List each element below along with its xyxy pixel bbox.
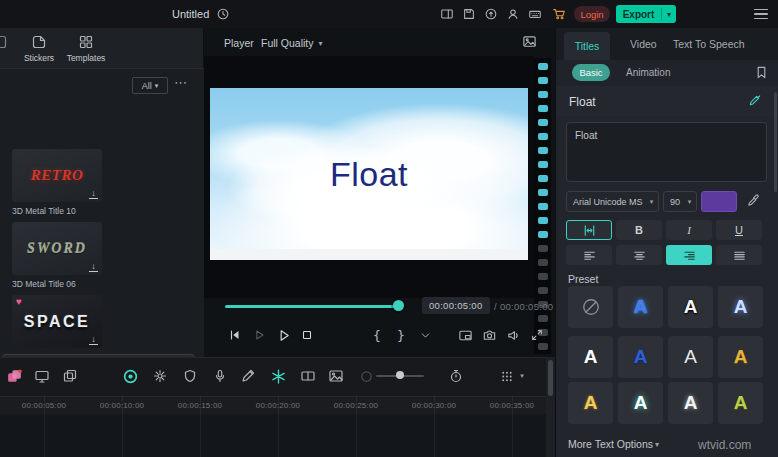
template-thumb-space[interactable]: ♥ SPACE ↓ [12, 295, 102, 348]
align-right-button[interactable] [666, 245, 712, 265]
mark-in-icon[interactable]: { [368, 326, 386, 344]
preset-white-plain[interactable]: A [668, 336, 713, 378]
preset-blue-solid[interactable]: A [618, 336, 663, 378]
cart-icon[interactable] [552, 7, 566, 21]
project-title: Untitled [172, 8, 209, 20]
video-preview[interactable]: Float [210, 88, 528, 260]
font-size-dropdown[interactable]: 90 ▾ [663, 191, 697, 212]
subtab-basic-label: Basic [579, 67, 602, 78]
preset-gold[interactable]: A [718, 336, 763, 378]
cutoff-category-tab[interactable] [0, 34, 10, 50]
tab-text-to-speech[interactable]: Text To Speech [673, 38, 745, 50]
letter-spacing-button[interactable] [566, 220, 612, 240]
align-left-button[interactable] [566, 245, 612, 265]
image-frame-icon[interactable] [326, 366, 346, 386]
subtab-basic[interactable]: Basic [572, 64, 610, 81]
track-manager-chevron-icon[interactable]: ▾ [516, 366, 528, 386]
preset-white-bold[interactable]: A [568, 336, 613, 378]
tab-video[interactable]: Video [630, 38, 657, 50]
align-center-button[interactable] [616, 245, 662, 265]
download-icon[interactable]: ↓ [89, 261, 98, 272]
panel-scrollbar[interactable] [774, 92, 777, 192]
login-label: Login [580, 9, 603, 20]
title-text-input[interactable]: Float [566, 122, 767, 182]
layout-panels-icon[interactable] [440, 7, 454, 21]
bold-button[interactable]: B [616, 220, 662, 240]
eyedropper-icon[interactable] [746, 193, 761, 208]
quality-dropdown[interactable]: Full Quality ▾ [261, 37, 323, 49]
preview-display-icon[interactable] [522, 34, 537, 49]
play-button[interactable] [274, 326, 292, 344]
timeline-vertical-scrollbar[interactable] [546, 357, 555, 457]
preset-teal-glow[interactable]: A [618, 382, 663, 424]
template-list-area: All ▾ ⋯ RETRO ↓ 3D Metal Title 10 SWORD … [0, 68, 204, 357]
justify-button[interactable] [716, 245, 762, 265]
download-icon[interactable]: ↓ [89, 188, 98, 199]
text-color-swatch[interactable] [701, 191, 737, 212]
preset-gold-outline[interactable]: A [568, 382, 613, 424]
preset-white-glow[interactable]: A [668, 382, 713, 424]
template-thumb-retro[interactable]: RETRO ↓ [12, 149, 102, 202]
more-options-chevron-icon[interactable]: ▾ [655, 440, 659, 449]
tab-titles[interactable]: Titles [564, 32, 610, 60]
settings-gear-icon[interactable] [150, 366, 170, 386]
more-options-icon[interactable]: ⋯ [174, 75, 187, 90]
preset-green-gold[interactable]: A [718, 382, 763, 424]
share-upload-icon[interactable] [484, 7, 498, 21]
properties-tab-bar: Titles Video Text To Speech [556, 28, 778, 60]
preset-blue-glow[interactable]: A [618, 286, 663, 328]
export-chevron-icon[interactable]: ▾ [662, 10, 676, 19]
tab-stickers[interactable]: Stickers [18, 34, 60, 63]
template-thumb-sword[interactable]: SWORD ↓ [12, 222, 102, 275]
preset-blue-soft-glow[interactable]: A [718, 286, 763, 328]
download-icon[interactable]: ↓ [89, 334, 98, 345]
mark-out-icon[interactable]: } [392, 326, 410, 344]
export-button[interactable]: Export ▾ [616, 5, 676, 23]
subtab-animation[interactable]: Animation [626, 67, 670, 78]
keyboard-shortcuts-icon[interactable] [528, 7, 542, 21]
preset-white-outline[interactable]: A [668, 286, 713, 328]
ruler-timestamp: 00:00:15:00 [172, 401, 228, 410]
shield-mask-icon[interactable] [180, 366, 200, 386]
total-time: / 00:00:05:00 [494, 301, 553, 312]
preset-none[interactable] [568, 286, 613, 328]
more-text-options[interactable]: More Text Options [568, 438, 653, 450]
playback-options-icon[interactable] [416, 326, 434, 344]
size-chevron-icon: ▾ [683, 198, 696, 206]
video-title-overlay[interactable]: Float [210, 88, 528, 260]
screen-record-icon[interactable] [32, 366, 52, 386]
playback-progress-handle[interactable] [393, 300, 404, 311]
prev-frame-button[interactable] [250, 326, 268, 344]
transition-icon[interactable] [298, 366, 318, 386]
stopwatch-icon[interactable] [446, 366, 466, 386]
record-ring-icon[interactable] [120, 366, 140, 386]
jump-start-button[interactable] [226, 326, 244, 344]
underline-button[interactable]: U [716, 220, 762, 240]
volume-icon[interactable] [504, 326, 522, 344]
split-pen-icon[interactable] [238, 366, 258, 386]
circle-tool-icon[interactable] [356, 366, 376, 386]
timeline-track-area[interactable] [0, 414, 546, 457]
user-account-icon[interactable] [506, 7, 520, 21]
overlap-clips-icon[interactable] [60, 366, 80, 386]
save-icon[interactable] [462, 7, 476, 21]
fullscreen-icon[interactable] [528, 326, 546, 344]
pip-display-icon[interactable] [456, 326, 474, 344]
save-preset-bookmark-icon[interactable] [754, 65, 769, 80]
edit-pen-icon[interactable] [747, 93, 762, 108]
timeline-ruler[interactable]: 00:00:05:00 00:00:10:00 00:00:15:00 00:0… [0, 396, 546, 414]
zoom-slider-handle[interactable] [396, 371, 404, 379]
effects-snowflake-icon[interactable] [268, 366, 288, 386]
stop-button[interactable] [298, 326, 316, 344]
filter-all-dropdown[interactable]: All ▾ [132, 77, 168, 94]
media-color-icon[interactable] [4, 366, 24, 386]
track-manager-grid-icon[interactable] [496, 366, 516, 386]
menu-icon[interactable] [754, 9, 768, 19]
snapshot-camera-icon[interactable] [480, 326, 498, 344]
tab-templates[interactable]: Templates [62, 34, 110, 63]
italic-button[interactable]: I [666, 220, 712, 240]
login-button[interactable]: Login [574, 6, 610, 22]
microphone-icon[interactable] [210, 366, 230, 386]
playback-progress-bar[interactable] [225, 305, 398, 308]
font-family-dropdown[interactable]: Arial Unicode MS ▾ [566, 191, 659, 212]
